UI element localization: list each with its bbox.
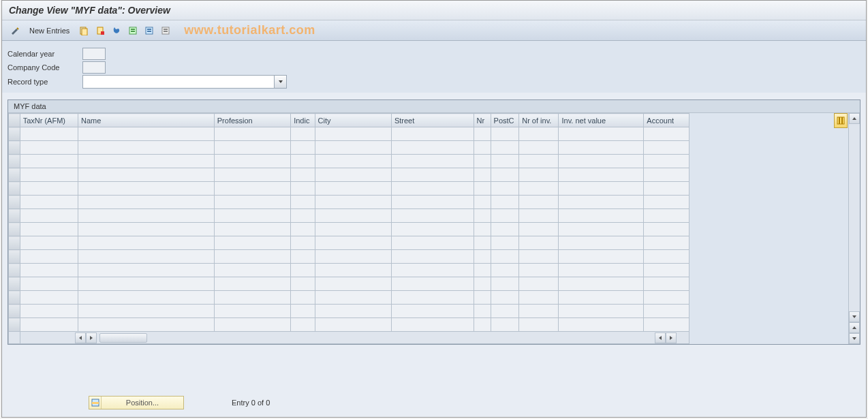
row-selector[interactable]	[9, 291, 20, 305]
cell[interactable]	[214, 209, 290, 223]
cell[interactable]	[491, 236, 519, 250]
col-header-9[interactable]: Inv. net value	[559, 114, 644, 127]
cell[interactable]	[474, 223, 491, 236]
cell[interactable]	[519, 291, 559, 305]
cell[interactable]	[519, 168, 559, 182]
cell[interactable]	[491, 277, 519, 291]
cell[interactable]	[291, 127, 315, 141]
cell[interactable]	[644, 264, 689, 277]
cell[interactable]	[391, 236, 474, 250]
cell[interactable]	[519, 250, 559, 264]
cell[interactable]	[214, 318, 290, 332]
col-header-4[interactable]: City	[315, 114, 391, 127]
cell[interactable]	[20, 236, 78, 250]
cell[interactable]	[291, 196, 315, 209]
row-selector[interactable]	[9, 168, 20, 182]
cell[interactable]	[78, 155, 214, 168]
cell[interactable]	[519, 305, 559, 318]
cell[interactable]	[519, 209, 559, 223]
toggle-change-icon[interactable]	[9, 25, 21, 37]
cell[interactable]	[214, 291, 290, 305]
cell[interactable]	[491, 182, 519, 196]
cell[interactable]	[474, 236, 491, 250]
cell[interactable]	[214, 305, 290, 318]
cell[interactable]	[644, 141, 689, 155]
undo-icon[interactable]	[110, 25, 123, 37]
cell[interactable]	[291, 291, 315, 305]
cell[interactable]	[391, 277, 474, 291]
cell[interactable]	[519, 318, 559, 332]
row-selector[interactable]	[9, 305, 20, 318]
row-selector[interactable]	[9, 182, 20, 196]
cell[interactable]	[644, 155, 689, 168]
cell[interactable]	[519, 127, 559, 141]
cell[interactable]	[644, 277, 689, 291]
cell[interactable]	[491, 127, 519, 141]
select-block-icon[interactable]	[143, 25, 155, 37]
scroll-left2-icon[interactable]	[655, 332, 666, 343]
cell[interactable]	[291, 250, 315, 264]
cell[interactable]	[391, 168, 474, 182]
cell[interactable]	[214, 141, 290, 155]
cell[interactable]	[491, 209, 519, 223]
cell[interactable]	[291, 141, 315, 155]
cell[interactable]	[644, 223, 689, 236]
cell[interactable]	[78, 236, 214, 250]
cell[interactable]	[291, 223, 315, 236]
cell[interactable]	[291, 236, 315, 250]
row-selector-header[interactable]	[9, 114, 20, 127]
cell[interactable]	[644, 305, 689, 318]
cell[interactable]	[491, 223, 519, 236]
cell[interactable]	[315, 291, 391, 305]
cell[interactable]	[559, 127, 644, 141]
cell[interactable]	[474, 155, 491, 168]
col-header-7[interactable]: PostC	[491, 114, 519, 127]
row-selector[interactable]	[9, 155, 20, 168]
cell[interactable]	[491, 155, 519, 168]
col-header-1[interactable]: Name	[78, 114, 214, 127]
cell[interactable]	[474, 291, 491, 305]
cell[interactable]	[474, 127, 491, 141]
cell[interactable]	[491, 141, 519, 155]
cell[interactable]	[474, 277, 491, 291]
cell[interactable]	[644, 236, 689, 250]
cell[interactable]	[214, 168, 290, 182]
cell[interactable]	[559, 264, 644, 277]
cell[interactable]	[644, 209, 689, 223]
cell[interactable]	[291, 305, 315, 318]
cell[interactable]	[474, 196, 491, 209]
cell[interactable]	[474, 182, 491, 196]
cell[interactable]	[391, 223, 474, 236]
cell[interactable]	[474, 305, 491, 318]
cell[interactable]	[291, 277, 315, 291]
cell[interactable]	[20, 141, 78, 155]
configure-columns-button[interactable]	[834, 113, 848, 128]
row-selector[interactable]	[9, 209, 20, 223]
new-entries-button[interactable]: New Entries	[25, 25, 74, 36]
cell[interactable]	[644, 318, 689, 332]
cell[interactable]	[78, 318, 214, 332]
company-code-input[interactable]	[82, 61, 106, 74]
cell[interactable]	[214, 182, 290, 196]
row-selector[interactable]	[9, 127, 20, 141]
cell[interactable]	[214, 264, 290, 277]
cell[interactable]	[315, 209, 391, 223]
cell[interactable]	[315, 141, 391, 155]
cell[interactable]	[78, 127, 214, 141]
cell[interactable]	[315, 277, 391, 291]
calendar-year-input[interactable]	[82, 48, 106, 60]
cell[interactable]	[559, 305, 644, 318]
cell[interactable]	[491, 196, 519, 209]
cell[interactable]	[474, 250, 491, 264]
row-selector[interactable]	[9, 223, 20, 236]
row-selector[interactable]	[9, 277, 20, 291]
scroll-right-icon[interactable]	[86, 332, 97, 343]
cell[interactable]	[20, 155, 78, 168]
scroll-down2-icon[interactable]	[849, 322, 860, 333]
cell[interactable]	[491, 291, 519, 305]
cell[interactable]	[78, 250, 214, 264]
select-all-icon[interactable]	[127, 25, 139, 37]
cell[interactable]	[291, 155, 315, 168]
cell[interactable]	[559, 182, 644, 196]
col-header-10[interactable]: Account	[644, 114, 689, 127]
